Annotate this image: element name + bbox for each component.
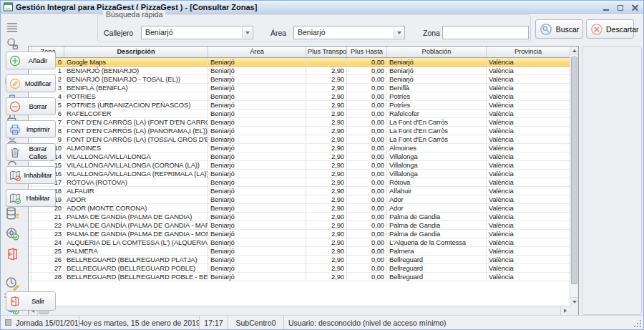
close-icon[interactable] (629, 3, 640, 11)
table-row[interactable]: 6RAFELCOFERBeniarjó2,900,00RafelcoferVal… (29, 109, 570, 117)
clock-edit-icon[interactable] (4, 276, 20, 291)
menu-icon[interactable] (4, 19, 20, 35)
table-row[interactable]: 0Google MapsBeniarjó0,00BeniarjóValència (29, 57, 570, 66)
column-header-plus_hasta[interactable]: Plus Hasta (347, 47, 387, 57)
borrar-calles-button[interactable]: Borrar Calles (6, 143, 56, 161)
cell-area: Beniarjó (208, 152, 306, 160)
cell-area: Beniarjó (208, 229, 306, 238)
cell-plus_hasta: 0,00 (347, 57, 387, 66)
cell-descripcion: VILALLONGA/VILLALONGA (64, 152, 208, 160)
column-header-provincia[interactable]: Provincia (487, 47, 570, 57)
resize-grip[interactable] (633, 319, 642, 328)
scroll-down-icon[interactable] (570, 297, 578, 306)
cell-descripcion: BELLREGUARD (BELLREGUARD POBLE) (64, 263, 208, 272)
buscar-button[interactable]: Buscar (535, 19, 583, 39)
column-header-descripcion[interactable]: Descripción (64, 47, 208, 57)
table-row[interactable]: 2BENIARJÓ (BENIARJO - TOSAL (EL))Beniarj… (29, 74, 570, 83)
table-row[interactable]: 5POTRIES (URBANIZACION PEÑASCOS)Beniarjó… (29, 100, 570, 109)
cell-poblacion: Potríes (387, 100, 487, 109)
table-row[interactable]: 19ADORBeniarjó2,900,00AdorValència (29, 195, 570, 203)
title-bar: Gestión Integral para PizzaGest ( PizzaG… (1, 1, 643, 14)
scroll-up-icon[interactable] (570, 47, 578, 55)
area-select[interactable]: Beniarjó (293, 26, 405, 39)
cell-plus_transporte: 2,90 (306, 238, 347, 246)
cell-plus_transporte: 2,90 (306, 83, 347, 92)
trash-icon (9, 146, 21, 159)
wheel-check-icon[interactable] (4, 225, 20, 241)
inhabilitar-button[interactable]: Inhabilitar (6, 166, 56, 184)
minimize-icon[interactable] (600, 3, 612, 11)
cell-plus_hasta: 0,00 (347, 255, 387, 263)
habilitar-button[interactable]: Habilitar (6, 189, 56, 207)
callejero-select[interactable]: Beniarjó (141, 26, 253, 39)
maximize-icon[interactable] (615, 3, 626, 11)
cell-descripcion: FONT D'EN CARRÒS (LA) (TOSSAL GROS D'EN … (64, 135, 208, 143)
table-row[interactable]: 23PALMA DE GANDÍA (PALMA DE GANDIA - MON… (29, 229, 570, 238)
table-row[interactable]: 17RÓTOVA (ROTOVA)Beniarjó2,900,00RótovaV… (29, 178, 570, 186)
salir-button[interactable]: Salir (6, 291, 56, 311)
table-row[interactable]: 7FONT D'EN CARRÒS (LA) (FONT D'EN CARROS… (29, 117, 570, 126)
imprimir-button[interactable]: Imprimir (6, 120, 56, 138)
cell-plus_hasta: 0,00 (347, 160, 387, 169)
modificar-button[interactable]: Modificar (6, 74, 56, 92)
zona-input[interactable] (442, 26, 529, 39)
table-row[interactable]: 26BELLREGUARD (BELLREGUARD PLATJA)Beniar… (29, 255, 570, 263)
horizontal-scrollbar[interactable] (29, 306, 570, 315)
cell-poblacion: Palma de Gandia (387, 212, 487, 220)
cell-provincia: València (487, 178, 570, 186)
area-value: Beniarjó (298, 28, 326, 37)
table-row[interactable]: 18ALFAUIRBeniarjó2,900,00AlfahuirValènci… (29, 186, 570, 195)
vertical-scrollbar[interactable] (570, 47, 578, 306)
table-row[interactable]: 22PALMA DE GANDÍA (PALMA DE GANDIA - MAR… (29, 220, 570, 229)
cell-zona: 23 (32, 229, 64, 238)
borrar-button[interactable]: Borrar (6, 97, 56, 115)
anadir-button[interactable]: Añadir (6, 52, 56, 69)
cell-descripcion: VILALLONGA/VILLALONGA (REPRIMALA (LA)) (64, 169, 208, 178)
table-row[interactable]: 1BENIARJÓ (BENIARJO)Beniarjó2,900,00Beni… (29, 66, 570, 74)
cell-area: Beniarjó (208, 203, 306, 212)
cell-plus_transporte: 2,90 (306, 186, 347, 195)
table-row[interactable]: 20ADOR (MONTE CORONA)Beniarjó2,900,00Ado… (29, 203, 570, 212)
zones-grid: ZonaDescripciónÁreaPlus TransportePlus H… (28, 46, 579, 316)
table-row[interactable]: 3BENIFLÁ (BENIFLA)Beniarjó2,900,00Benifl… (29, 83, 570, 92)
table-row[interactable]: 4POTRIESBeniarjó2,900,00PotríesValència (29, 92, 570, 100)
zones-table-header: ZonaDescripciónÁreaPlus TransportePlus H… (29, 47, 570, 57)
scroll-right-icon[interactable] (560, 306, 570, 315)
cell-plus_transporte: 2,90 (306, 74, 347, 83)
table-row[interactable]: 9FONT D'EN CARRÒS (LA) (TOSSAL GROS D'EN… (29, 135, 570, 143)
table-row[interactable]: 27BELLREGUARD (BELLREGUARD POBLE)Beniarj… (29, 263, 570, 272)
logout-door-icon[interactable] (4, 246, 20, 262)
cell-descripcion: ALFAUIR (64, 186, 208, 195)
cell-plus_transporte: 2,90 (306, 212, 347, 220)
cell-plus_transporte: 2,90 (306, 272, 347, 281)
status-user: Usuario: desconocido (nivel de acceso mí… (284, 316, 643, 329)
table-row[interactable]: 14VILALLONGA/VILLALONGABeniarjó2,900,00V… (29, 152, 570, 160)
cell-provincia: València (487, 203, 570, 212)
search-box-icon[interactable] (4, 36, 20, 52)
cell-area: Beniarjó (208, 212, 306, 220)
cell-plus_hasta: 0,00 (347, 203, 387, 212)
cell-plus_hasta: 0,00 (347, 100, 387, 109)
descartar-button[interactable]: Descartar (586, 19, 634, 39)
table-row[interactable]: 28BELLREGUARD (BELLREGUARD POBLE - BELLR… (29, 272, 570, 281)
column-header-plus_transporte[interactable]: Plus Transporte (306, 47, 347, 57)
cell-plus_hasta: 0,00 (347, 126, 387, 135)
cell-area: Beniarjó (208, 238, 306, 246)
table-row[interactable]: 24ALQUERIA DE LA COMTESSA (L') (ALQUERIA… (29, 238, 570, 246)
cell-area: Beniarjó (208, 92, 306, 100)
table-row[interactable]: 25PALMERABeniarjó2,900,00PalmeraValència (29, 246, 570, 255)
table-row[interactable]: 16VILALLONGA/VILLALONGA (REPRIMALA (LA))… (29, 169, 570, 178)
cell-area: Beniarjó (208, 143, 306, 152)
cell-descripcion: PALMA DE GANDÍA (PALMA DE GANDIA - MONTE… (64, 229, 208, 238)
column-header-poblacion[interactable]: Población (387, 47, 487, 57)
scrollbar-corner (570, 306, 578, 315)
table-row[interactable]: 21PALMA DE GANDÍA (PALMA DE GANDIA)Benia… (29, 212, 570, 220)
database-icon[interactable] (4, 205, 20, 221)
column-header-area[interactable]: Área (208, 47, 306, 57)
minus-circle-icon (9, 100, 21, 113)
vertical-scroll-thumb[interactable] (571, 57, 577, 284)
table-row[interactable]: 10ALMOINESBeniarjó2,900,00AlmoinesValènc… (29, 143, 570, 152)
table-row[interactable]: 15VILALLONGA/VILLALONGA (CORONA (LA))Ben… (29, 160, 570, 169)
table-row[interactable]: 8FONT D'EN CARRÒS (LA) (PANORAMA,I (EL))… (29, 126, 570, 135)
cell-descripcion: BENIARJÓ (BENIARJO - TOSAL (EL)) (64, 74, 208, 83)
